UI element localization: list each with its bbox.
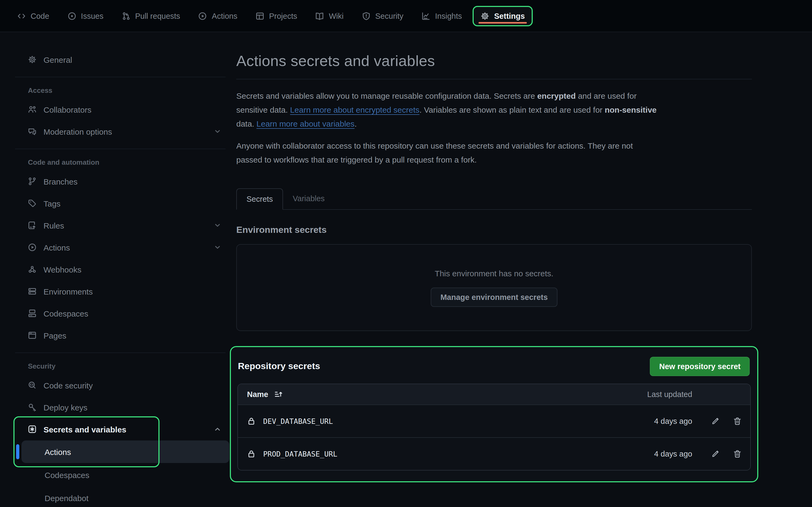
gear-icon — [480, 11, 489, 20]
secret-name-cell: DEV_DATABASE_URL — [238, 417, 629, 426]
play-icon — [28, 243, 37, 251]
nav-item-wiki[interactable]: Wiki — [308, 6, 351, 26]
name-column-header[interactable]: Name — [238, 390, 629, 399]
sidebar-item-code-security[interactable]: Code security — [21, 375, 229, 396]
graph-icon — [421, 11, 430, 20]
sidebar-subitem-actions[interactable]: Actions — [21, 441, 229, 463]
key-icon — [28, 403, 37, 411]
repository-secrets-title: Repository secrets — [238, 361, 320, 372]
nav-item-label: Settings — [494, 11, 525, 20]
sidebar-item-label: Pages — [44, 331, 66, 340]
secret-row-actions — [692, 450, 750, 458]
settings-main: Actions secrets and variables Secrets an… — [236, 32, 752, 482]
code-icon — [17, 11, 26, 20]
name-header-label: Name — [247, 390, 268, 399]
secret-name: DEV_DATABASE_URL — [263, 417, 333, 426]
sidebar-item-label: Environments — [44, 287, 93, 296]
nav-item-label: Projects — [269, 11, 297, 20]
sidebar-subitem-dependabot[interactable]: Dependabot — [21, 487, 229, 507]
edit-secret-button[interactable] — [711, 450, 720, 458]
manage-environment-secrets-button[interactable]: Manage environment secrets — [431, 287, 557, 306]
git-branch-icon — [28, 177, 37, 186]
sidebar-item-label: Code security — [44, 381, 93, 390]
secret-last-updated: 4 days ago — [629, 450, 692, 458]
repository-secrets-card: Repository secrets New repository secret… — [230, 346, 758, 482]
chevron-up-icon — [213, 425, 222, 434]
github-settings-page: CodeIssuesPull requestsActionsProjectsWi… — [0, 0, 812, 507]
gear-icon — [28, 55, 37, 64]
nav-item-projects[interactable]: Projects — [248, 6, 305, 26]
nav-item-label: Wiki — [329, 11, 344, 20]
environment-secrets-empty-box: This environment has no secrets. Manage … — [236, 244, 752, 331]
nav-item-label: Code — [31, 11, 49, 20]
secret-row-actions — [692, 417, 750, 426]
sidebar-item-webhooks[interactable]: Webhooks — [21, 259, 229, 280]
secrets-variables-tabnav: SecretsVariables — [236, 188, 752, 210]
nav-item-actions[interactable]: Actions — [191, 6, 245, 26]
sidebar-item-rules[interactable]: Rules — [21, 215, 229, 236]
sidebar-item-tags[interactable]: Tags — [21, 192, 229, 214]
sidebar-item-actions[interactable]: Actions — [21, 237, 229, 258]
sidebar-item-branches[interactable]: Branches — [21, 171, 229, 192]
sidebar-subitem-label: Dependabot — [45, 493, 89, 502]
codespaces-icon — [28, 309, 37, 318]
link-learn-more-about-encrypted-secrets[interactable]: Learn more about encrypted secrets — [290, 105, 419, 114]
new-repository-secret-button[interactable]: New repository secret — [650, 357, 750, 376]
shield-icon — [362, 11, 370, 20]
title-divider — [236, 79, 752, 79]
tab-variables[interactable]: Variables — [283, 188, 334, 209]
nav-item-pull-requests[interactable]: Pull requests — [114, 6, 188, 26]
sidebar-item-label: Collaborators — [44, 105, 91, 114]
repository-secrets-header: Repository secrets New repository secret — [237, 355, 751, 376]
delete-secret-button[interactable] — [733, 417, 742, 426]
sidebar-divider — [15, 77, 225, 77]
issue-icon — [67, 11, 76, 20]
play-icon — [198, 11, 207, 20]
chevron-down-icon — [213, 243, 222, 251]
sidebar-subitem-codespaces[interactable]: Codespaces — [21, 463, 229, 486]
nav-item-label: Security — [375, 11, 404, 20]
sidebar-item-label: Actions — [44, 243, 70, 252]
sidebar-item-deploy-keys[interactable]: Deploy keys — [21, 396, 229, 418]
emphasis-text: encrypted — [537, 91, 576, 100]
sidebar-item-secrets-and-variables[interactable]: Secrets and variables — [21, 418, 229, 440]
sidebar-item-label: Branches — [44, 177, 78, 186]
comment-discussion-icon — [28, 127, 37, 136]
secret-name: PROD_DATABASE_URL — [263, 450, 337, 458]
chevron-down-icon — [213, 221, 222, 230]
sidebar-item-general[interactable]: General — [21, 49, 229, 70]
key-asterisk-icon — [28, 425, 37, 434]
sidebar-section-header-security: Security — [0, 357, 234, 374]
delete-secret-button[interactable] — [733, 450, 742, 458]
secret-last-updated: 4 days ago — [629, 417, 692, 426]
sort-ascending-icon — [273, 390, 282, 399]
book-icon — [315, 11, 324, 20]
nav-item-code[interactable]: Code — [10, 6, 57, 26]
nav-item-settings[interactable]: Settings — [472, 6, 533, 26]
environment-secrets-empty-message: This environment has no secrets. — [435, 269, 553, 278]
sidebar-item-collaborators[interactable]: Collaborators — [21, 99, 229, 120]
secret-name-cell: PROD_DATABASE_URL — [238, 450, 629, 458]
sidebar-item-pages[interactable]: Pages — [21, 325, 229, 346]
link-learn-more-about-variables[interactable]: Learn more about variables — [256, 119, 354, 128]
chevron-down-icon — [213, 127, 222, 136]
settings-layout: GeneralAccessCollaboratorsModeration opt… — [0, 32, 812, 507]
sidebar-item-label: Rules — [44, 221, 64, 230]
sidebar-item-label: Tags — [44, 199, 60, 208]
tab-secrets[interactable]: Secrets — [236, 188, 283, 210]
last-updated-column-header: Last updated — [629, 390, 692, 399]
emphasis-text: non-sensitive — [605, 105, 657, 114]
lock-icon — [247, 417, 256, 426]
nav-item-issues[interactable]: Issues — [60, 6, 111, 26]
edit-secret-button[interactable] — [711, 417, 720, 426]
sidebar-item-environments[interactable]: Environments — [21, 281, 229, 302]
sidebar-item-label: General — [44, 55, 72, 64]
nav-item-insights[interactable]: Insights — [414, 6, 469, 26]
sidebar-item-moderation-options[interactable]: Moderation options — [21, 121, 229, 142]
nav-item-security[interactable]: Security — [354, 6, 411, 26]
sidebar-item-label: Deploy keys — [44, 403, 87, 412]
sidebar-item-label: Webhooks — [44, 265, 81, 274]
intro-paragraph: Secrets and variables allow you to manag… — [236, 89, 752, 131]
sidebar-item-codespaces[interactable]: Codespaces — [21, 302, 229, 324]
sidebar-divider — [15, 352, 225, 353]
